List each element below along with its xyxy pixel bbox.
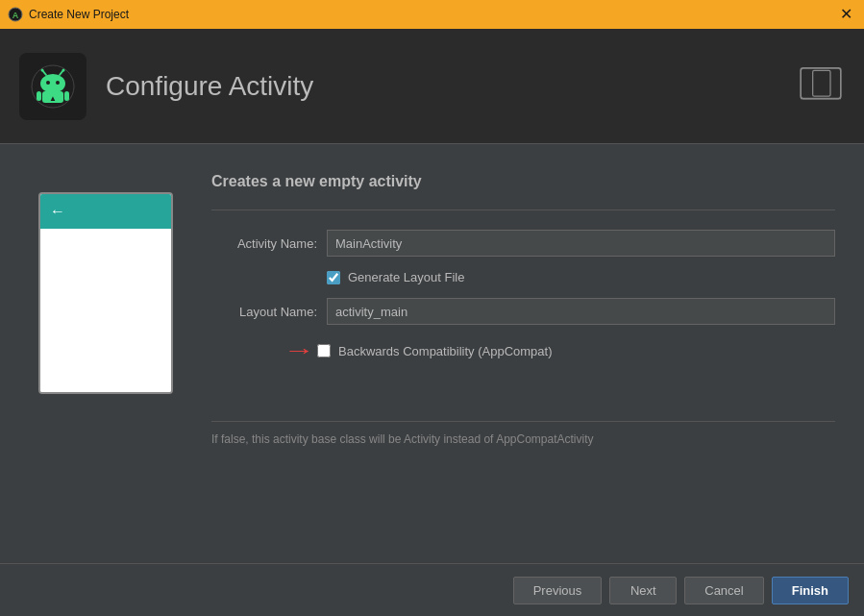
window-title: Create New Project [29,8,129,21]
app-icon: A [8,7,23,22]
generate-layout-label[interactable]: Generate Layout File [348,270,464,284]
phone-top-bar: ← [40,194,171,229]
hint-text: If false, this activity base class will … [211,432,594,446]
layout-name-input[interactable] [327,298,835,325]
page-title: Configure Activity [106,71,313,102]
phone-preview: ← [29,163,183,544]
generate-layout-row: Generate Layout File [327,270,835,284]
svg-point-7 [62,68,65,71]
activity-name-row: Activity Name: [211,230,835,257]
form-area: Creates a new empty activity Activity Na… [211,163,835,544]
back-arrow-icon: ← [50,203,65,220]
generate-layout-checkbox[interactable] [327,271,340,284]
android-logo: ▲ [19,53,86,120]
layout-name-label: Layout Name: [211,305,317,319]
android-studio-icon: ▲ [29,62,77,111]
red-arrow-icon: → [284,338,315,363]
backwards-compat-checkbox[interactable] [317,344,331,357]
svg-rect-14 [801,68,841,99]
main-content: ← Creates a new empty activity Activity … [0,144,864,563]
activity-name-label: Activity Name: [211,236,317,251]
backwards-compat-label[interactable]: Backwards Compatibility (AppCompat) [338,344,553,358]
svg-rect-15 [813,70,830,96]
phone-content-area [40,229,171,392]
dialog-footer: Previous Next Cancel Finish [0,563,864,616]
phone-mockup: ← [38,192,173,394]
divider [211,209,835,210]
title-bar: A Create New Project ✕ [0,0,864,29]
dialog-header: ▲ Configure Activity [0,29,864,144]
phone-icon [797,65,845,107]
cancel-button[interactable]: Cancel [684,577,763,604]
form-subtitle: Creates a new empty activity [211,173,835,190]
svg-point-5 [41,68,44,71]
svg-point-8 [46,81,50,85]
appcompat-checkbox-row: Backwards Compatibility (AppCompat) [317,344,553,358]
backwards-compat-row: → Backwards Compatibility (AppCompat) [288,338,835,363]
svg-point-9 [56,81,60,85]
layout-name-row: Layout Name: [211,298,835,325]
close-button[interactable]: ✕ [836,5,856,24]
svg-rect-11 [37,91,41,101]
next-button[interactable]: Next [609,577,677,604]
svg-point-3 [40,74,65,93]
title-bar-left: A Create New Project [8,7,129,22]
svg-rect-12 [64,91,69,101]
activity-name-input[interactable] [327,230,835,257]
svg-text:▲: ▲ [49,94,57,103]
finish-button[interactable]: Finish [772,577,849,604]
previous-button[interactable]: Previous [513,577,603,604]
hint-area: If false, this activity base class will … [211,421,835,446]
svg-text:A: A [12,11,19,20]
